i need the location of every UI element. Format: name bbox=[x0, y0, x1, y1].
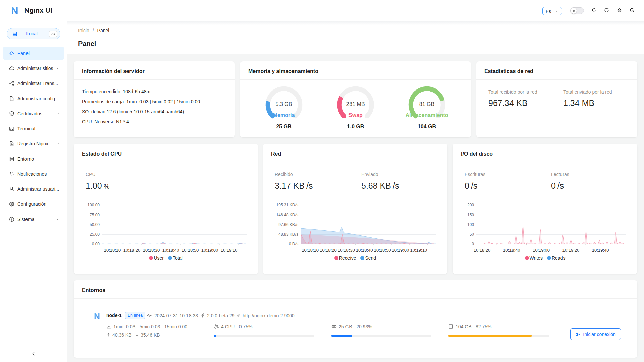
svg-text:10:18:50: 10:18:50 bbox=[182, 248, 199, 253]
svg-text:25.00: 25.00 bbox=[90, 232, 100, 237]
svg-text:195.31 KB/s: 195.31 KB/s bbox=[276, 203, 298, 207]
svg-text:146.48 KB/s: 146.48 KB/s bbox=[276, 213, 298, 217]
svg-text:10:19:00: 10:19:00 bbox=[201, 248, 218, 253]
svg-text:0: 0 bbox=[472, 242, 474, 246]
svg-text:75.00: 75.00 bbox=[90, 213, 100, 217]
svg-text:10:18:10: 10:18:10 bbox=[302, 248, 319, 253]
svg-text:150: 150 bbox=[467, 213, 474, 217]
svg-text:10:18:50: 10:18:50 bbox=[374, 248, 391, 253]
svg-text:10:18:20: 10:18:20 bbox=[123, 248, 141, 253]
svg-text:10:18:40: 10:18:40 bbox=[503, 248, 520, 253]
svg-text:50.00: 50.00 bbox=[90, 222, 100, 227]
svg-text:10:18:20: 10:18:20 bbox=[320, 248, 337, 253]
svg-text:10:18:30: 10:18:30 bbox=[143, 248, 160, 253]
svg-text:10:19:40: 10:19:40 bbox=[592, 248, 609, 253]
svg-text:25 GB: 25 GB bbox=[276, 124, 291, 129]
svg-text:0.00: 0.00 bbox=[92, 242, 100, 246]
svg-text:100.00: 100.00 bbox=[87, 203, 100, 207]
svg-text:10:18:30: 10:18:30 bbox=[338, 248, 355, 253]
svg-text:10:18:20: 10:18:20 bbox=[474, 248, 491, 253]
svg-text:10:18:40: 10:18:40 bbox=[356, 248, 373, 253]
svg-text:100: 100 bbox=[467, 222, 474, 227]
svg-text:5.3 GB: 5.3 GB bbox=[276, 101, 292, 107]
svg-text:281 MB: 281 MB bbox=[346, 101, 365, 107]
svg-text:1.0 GB: 1.0 GB bbox=[347, 124, 364, 129]
svg-text:81 GB: 81 GB bbox=[419, 101, 434, 107]
svg-text:48.83 KB/s: 48.83 KB/s bbox=[278, 232, 298, 237]
svg-text:104 GB: 104 GB bbox=[418, 124, 436, 129]
svg-text:200: 200 bbox=[467, 203, 474, 207]
svg-text:Swap: Swap bbox=[348, 112, 363, 118]
svg-text:10:19:00: 10:19:00 bbox=[392, 248, 409, 253]
svg-text:Memoria: Memoria bbox=[273, 112, 295, 118]
svg-text:Almacenamiento: Almacenamiento bbox=[405, 112, 448, 118]
svg-text:10:19:10: 10:19:10 bbox=[410, 248, 427, 253]
svg-text:10:19:00: 10:19:00 bbox=[533, 248, 550, 253]
svg-text:10:19:20: 10:19:20 bbox=[562, 248, 580, 253]
svg-text:10:18:10: 10:18:10 bbox=[104, 248, 121, 253]
svg-text:0 B/s: 0 B/s bbox=[289, 242, 298, 246]
svg-text:97.66 KB/s: 97.66 KB/s bbox=[278, 222, 298, 227]
svg-text:10:19:10: 10:19:10 bbox=[221, 248, 238, 253]
svg-text:10:18:40: 10:18:40 bbox=[162, 248, 179, 253]
svg-text:50: 50 bbox=[470, 232, 474, 237]
